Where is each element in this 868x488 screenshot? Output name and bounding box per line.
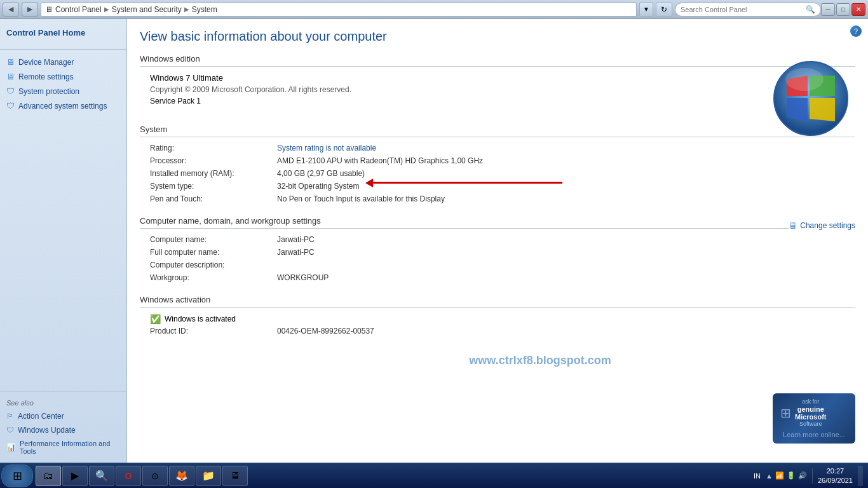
change-settings-link[interactable]: 🖥 Change settings bbox=[789, 220, 855, 231]
genuine-logo-row: ⊞ ask for genuine Microsoft Software bbox=[780, 398, 848, 428]
content-area: ? View basic information about your comp… bbox=[127, 19, 868, 463]
system-details: Rating: System rating is not available P… bbox=[140, 144, 855, 203]
workgroup-row: Workgroup: WORKGROUP bbox=[150, 273, 855, 282]
time-display: 20:27 bbox=[818, 466, 853, 475]
sidebar-item-system-protection[interactable]: 🛡 System protection bbox=[0, 84, 126, 98]
product-id-row: Product ID: 00426-OEM-8992662-00537 bbox=[150, 327, 855, 336]
back-button[interactable]: ◀ bbox=[3, 3, 19, 17]
control-panel-crumb[interactable]: Control Panel bbox=[55, 5, 102, 14]
system-tray: IN ▲ 📶 🔋 🔊 bbox=[754, 471, 807, 480]
red-arrow-line bbox=[372, 182, 562, 184]
advanced-settings-icon: 🛡 bbox=[6, 101, 15, 111]
date-display: 26/09/2021 bbox=[818, 476, 853, 485]
system-type-value: 32-bit Operating System bbox=[277, 182, 359, 191]
computer-name-section: Computer name, domain, and workgroup set… bbox=[140, 216, 855, 282]
remote-settings-icon: 🖥 bbox=[6, 72, 15, 81]
rating-label: Rating: bbox=[150, 144, 277, 152]
computer-name-label: Computer name: bbox=[150, 235, 277, 244]
sidebar-label-windows-update: Windows Update bbox=[18, 426, 76, 435]
red-arrow-head bbox=[365, 179, 373, 187]
learn-more-link[interactable]: Learn more online... bbox=[780, 431, 848, 438]
address-bar-area: ◀ ▶ 🖥 Control Panel ▶ System and Securit… bbox=[3, 3, 821, 17]
ram-value: 4,00 GB (2,97 GB usable) bbox=[277, 169, 365, 178]
taskbar-item-explorer[interactable]: 🗂 bbox=[36, 466, 61, 486]
processor-label: Processor: bbox=[150, 156, 277, 165]
sidebar-item-advanced-settings[interactable]: 🛡 Advanced system settings bbox=[0, 98, 126, 113]
system-section: System Rating: System rating is not avai… bbox=[140, 125, 855, 203]
tray-arrow-icon[interactable]: ▲ bbox=[766, 472, 773, 480]
activation-status-row: ✅ Windows is activated bbox=[150, 314, 855, 324]
title-bar: ◀ ▶ 🖥 Control Panel ▶ System and Securit… bbox=[0, 0, 868, 19]
search-icon: 🔍 bbox=[806, 5, 815, 14]
forward-button[interactable]: ▶ bbox=[22, 3, 38, 17]
activation-details: ✅ Windows is activated Product ID: 00426… bbox=[140, 314, 855, 336]
product-id-label: Product ID: bbox=[150, 327, 277, 336]
help-button[interactable]: ? bbox=[850, 25, 862, 37]
workgroup-label: Workgroup: bbox=[150, 273, 277, 282]
change-settings-icon: 🖥 bbox=[789, 220, 797, 231]
taskbar-item-chrome[interactable]: ⊙ bbox=[142, 466, 168, 486]
main-container: Control Panel Home 🖥 Device Manager 🖥 Re… bbox=[0, 19, 868, 463]
clock[interactable]: 20:27 26/09/2021 bbox=[818, 466, 853, 485]
taskbar-item-opera[interactable]: O bbox=[116, 466, 141, 486]
computer-section-header: Computer name, domain, and workgroup set… bbox=[140, 216, 789, 229]
service-pack: Service Pack 1 bbox=[150, 97, 855, 105]
copyright-text: Copyright © 2009 Microsoft Corporation. … bbox=[150, 85, 855, 94]
sidebar-item-windows-update[interactable]: 🛡 Windows Update bbox=[0, 423, 126, 437]
taskbar-items: 🗂 ▶ 🔍 O ⊙ 🦊 📁 🖥 bbox=[33, 466, 750, 486]
address-bar[interactable]: 🖥 Control Panel ▶ System and Security ▶ … bbox=[41, 3, 637, 17]
performance-icon: 📊 bbox=[6, 443, 16, 452]
full-name-value: Jarwati-PC bbox=[277, 248, 315, 257]
ram-row: Installed memory (RAM): 4,00 GB (2,97 GB… bbox=[150, 169, 855, 178]
genuine-ms-text: Microsoft bbox=[795, 413, 827, 421]
sidebar-item-performance[interactable]: 📊 Performance Information and Tools bbox=[0, 437, 126, 458]
show-desktop-button[interactable] bbox=[858, 466, 863, 486]
windows-edition-section: Windows edition Windows 7 Ultimate Copyr… bbox=[140, 54, 855, 105]
sidebar-label-device-manager: Device Manager bbox=[18, 58, 74, 67]
minimize-button[interactable]: ─ bbox=[821, 3, 835, 16]
maximize-button[interactable]: □ bbox=[836, 3, 850, 16]
windows-start-icon: ⊞ bbox=[13, 469, 22, 483]
sidebar-item-device-manager[interactable]: 🖥 Device Manager bbox=[0, 55, 126, 69]
change-settings-label: Change settings bbox=[800, 221, 855, 230]
sidebar-home-link[interactable]: Control Panel Home bbox=[0, 24, 126, 44]
system-crumb[interactable]: System bbox=[192, 5, 217, 14]
sidebar-item-action-center[interactable]: 🏳 Action Center bbox=[0, 409, 126, 423]
svg-point-1 bbox=[785, 68, 824, 91]
pen-touch-value: No Pen or Touch Input is available for t… bbox=[277, 194, 445, 203]
close-button[interactable]: ✕ bbox=[851, 3, 865, 16]
processor-row: Processor: AMD E1-2100 APU with Radeon(T… bbox=[150, 156, 855, 165]
see-also-label: See also bbox=[0, 396, 126, 409]
sidebar-label-performance: Performance Information and Tools bbox=[20, 440, 120, 455]
rating-value[interactable]: System rating is not available bbox=[277, 144, 376, 152]
sidebar-label-remote-settings: Remote settings bbox=[18, 72, 74, 81]
page-title: View basic information about your comput… bbox=[140, 29, 855, 44]
tray-divider bbox=[812, 468, 813, 484]
genuine-genuine-text: genuine bbox=[795, 405, 827, 413]
taskbar-item-system[interactable]: 🖥 bbox=[222, 466, 248, 486]
sidebar-item-remote-settings[interactable]: 🖥 Remote settings bbox=[0, 69, 126, 84]
rating-row: Rating: System rating is not available bbox=[150, 144, 855, 152]
sidebar-label-action-center: Action Center bbox=[18, 412, 64, 421]
watermark: www.ctrlxf8.blogspot.com bbox=[469, 354, 611, 367]
full-name-label: Full computer name: bbox=[150, 248, 277, 257]
taskbar-item-firefox[interactable]: 🦊 bbox=[169, 466, 194, 486]
pen-touch-label: Pen and Touch: bbox=[150, 194, 277, 203]
taskbar-item-search[interactable]: 🔍 bbox=[89, 466, 114, 486]
address-dropdown-button[interactable]: ▼ bbox=[639, 3, 653, 17]
genuine-badge: ⊞ ask for genuine Microsoft Software Lea… bbox=[773, 393, 855, 444]
sidebar-divider-1 bbox=[0, 49, 126, 50]
taskbar-item-files[interactable]: 📁 bbox=[196, 466, 221, 486]
system-security-crumb[interactable]: System and Security bbox=[112, 5, 182, 14]
refresh-button[interactable]: ↻ bbox=[656, 3, 672, 17]
search-input[interactable] bbox=[681, 6, 803, 13]
windows-edition-header: Windows edition bbox=[140, 54, 855, 67]
os-name: Windows 7 Ultimate bbox=[150, 73, 855, 83]
genuine-windows-icon: ⊞ bbox=[780, 405, 791, 421]
taskbar-item-media[interactable]: ▶ bbox=[62, 466, 88, 486]
start-button[interactable]: ⊞ bbox=[1, 464, 33, 487]
search-box[interactable]: 🔍 bbox=[675, 3, 821, 17]
processor-value: AMD E1-2100 APU with Radeon(TM) HD Graph… bbox=[277, 156, 483, 165]
windows-logo bbox=[773, 60, 849, 139]
computer-name-value: Jarwati-PC bbox=[277, 235, 315, 244]
